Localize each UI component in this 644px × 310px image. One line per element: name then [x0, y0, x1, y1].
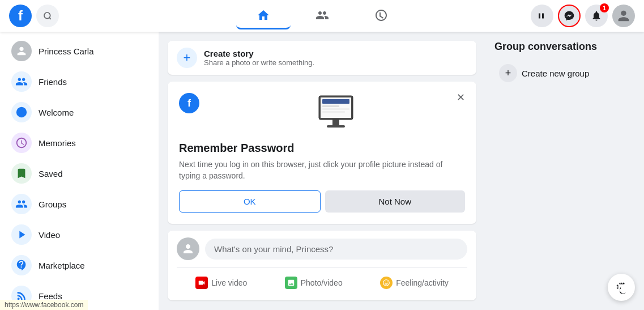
remember-password-card: ✕ f: [168, 82, 476, 224]
user-avatar-icon: [11, 41, 32, 61]
create-new-group-button[interactable]: + Create new group: [494, 60, 635, 87]
sidebar-item-groups[interactable]: Groups: [5, 189, 154, 219]
nav-tab-home[interactable]: [236, 2, 291, 29]
sidebar-item-welcome[interactable]: Welcome: [5, 97, 154, 127]
sidebar-item-video[interactable]: Video: [5, 220, 154, 249]
sidebar-item-friends[interactable]: Friends: [5, 67, 154, 96]
feeling-activity-icon: [380, 277, 393, 289]
external-link-bar: https://www.facebook.com: [0, 300, 88, 310]
svg-rect-6: [322, 105, 339, 107]
sidebar-feeds-label: Feeds: [39, 291, 62, 301]
svg-rect-9: [332, 120, 339, 125]
create-story-subtitle: Share a photo or write something.: [204, 58, 314, 67]
svg-rect-7: [322, 108, 349, 110]
create-story-card[interactable]: + Create story Share a photo or write so…: [168, 41, 476, 75]
sidebar-item-marketplace[interactable]: Marketplace: [5, 250, 154, 280]
post-box-top: What's on your mind, Princess?: [177, 237, 467, 260]
photo-video-icon: [285, 277, 297, 289]
plus-circle-icon: +: [499, 64, 517, 82]
feeling-activity-button[interactable]: Feeling/activity: [373, 272, 455, 294]
svg-line-1: [49, 18, 51, 19]
live-video-icon: [195, 277, 208, 289]
live-video-label: Live video: [211, 278, 247, 287]
nav-tab-friends[interactable]: [295, 2, 349, 29]
friends-icon: [11, 71, 32, 92]
sidebar-item-saved[interactable]: Saved: [5, 159, 154, 188]
post-placeholder: What's on your mind, Princess?: [214, 244, 333, 254]
top-navigation: f 1: [0, 0, 644, 32]
sidebar-username: Princess Carla: [39, 46, 94, 56]
facebook-logo[interactable]: f: [9, 5, 32, 27]
sidebar-saved-label: Saved: [39, 169, 63, 179]
messenger-button[interactable]: [558, 5, 581, 27]
not-now-button[interactable]: Not Now: [325, 190, 466, 213]
ext-link-text: https://www.facebook.com: [5, 301, 83, 309]
svg-rect-5: [322, 99, 349, 104]
sidebar-memories-label: Memories: [39, 138, 76, 148]
sidebar-item-memories[interactable]: Memories: [5, 128, 154, 158]
monitor-illustration: [313, 93, 359, 133]
right-panel: Group conversations + Create new group: [485, 32, 644, 310]
story-plus-icon: +: [177, 48, 197, 68]
nav-right: 1: [476, 5, 635, 27]
fb-logo-small: f: [179, 93, 199, 113]
close-remember-password-button[interactable]: ✕: [451, 88, 470, 107]
remember-password-description: Next time you log in on this browser, ju…: [179, 159, 465, 181]
create-story-text: Create story Share a photo or write some…: [204, 49, 314, 67]
notifications-button[interactable]: 1: [585, 5, 608, 27]
svg-point-0: [44, 12, 50, 19]
create-group-label: Create new group: [522, 69, 589, 78]
photo-video-label: Photo/video: [301, 278, 343, 287]
video-icon: [11, 224, 32, 245]
main-feed: + Create story Share a photo or write so…: [159, 32, 485, 310]
sidebar-groups-label: Groups: [39, 199, 66, 209]
remember-password-title: Remember Password: [179, 142, 465, 155]
groups-icon: [11, 194, 32, 214]
create-story-title: Create story: [204, 49, 314, 58]
svg-rect-10: [327, 125, 345, 128]
remember-password-buttons: OK Not Now: [179, 190, 465, 213]
sidebar-item-user[interactable]: Princess Carla: [5, 36, 154, 66]
post-actions: Live video Photo/video Feeling/activity: [177, 267, 467, 294]
nav-left: f: [9, 5, 168, 27]
group-conversations-title: Group conversations: [494, 41, 635, 53]
sidebar-video-label: Video: [39, 230, 60, 240]
notification-badge: 1: [600, 3, 609, 12]
sidebar: Princess Carla Friends Welcome Memories …: [0, 32, 159, 310]
ok-button[interactable]: OK: [179, 190, 321, 213]
post-avatar: [177, 237, 199, 260]
sidebar-friends-label: Friends: [39, 77, 67, 87]
nav-tab-watch[interactable]: [354, 2, 408, 29]
photo-video-button[interactable]: Photo/video: [278, 272, 349, 294]
live-video-button[interactable]: Live video: [189, 272, 254, 294]
feeling-activity-label: Feeling/activity: [396, 278, 449, 287]
nav-center: [168, 2, 476, 29]
user-avatar-button[interactable]: [612, 5, 635, 27]
post-box-card: What's on your mind, Princess? Live vide…: [168, 231, 476, 300]
main-layout: Princess Carla Friends Welcome Memories …: [0, 32, 644, 310]
search-button[interactable]: [36, 5, 59, 27]
welcome-icon: [11, 102, 32, 122]
memories-icon: [11, 133, 32, 153]
marketplace-icon: [11, 255, 32, 275]
pw-header: f: [179, 93, 465, 133]
sidebar-welcome-label: Welcome: [39, 108, 74, 117]
share-fab-button[interactable]: [608, 274, 635, 301]
grid-menu-button[interactable]: [531, 5, 553, 27]
saved-icon: [11, 163, 32, 184]
svg-rect-8: [322, 111, 345, 113]
svg-point-2: [16, 107, 27, 117]
sidebar-marketplace-label: Marketplace: [39, 261, 85, 270]
post-input[interactable]: What's on your mind, Princess?: [205, 239, 467, 260]
